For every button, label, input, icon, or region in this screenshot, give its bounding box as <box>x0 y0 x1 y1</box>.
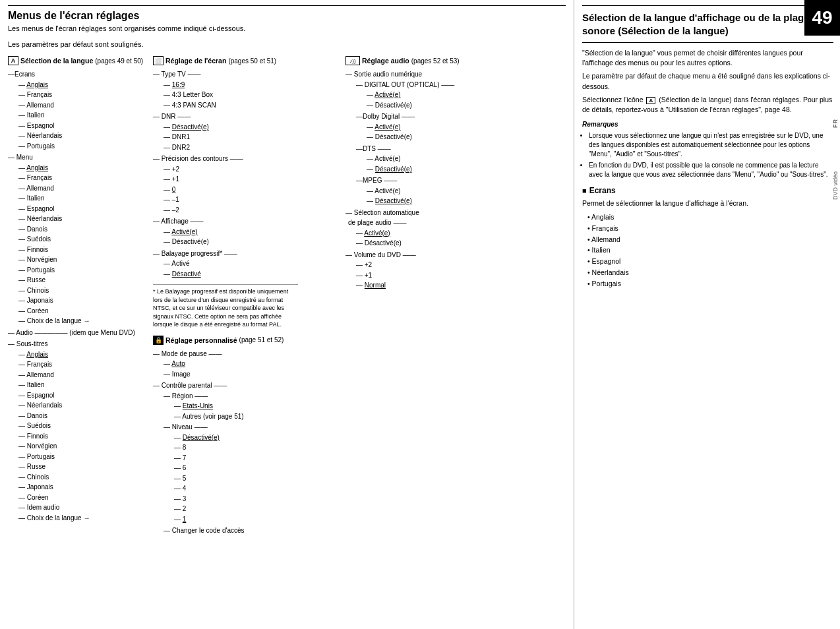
col1-header-pages: (pages 49 et 50) <box>95 57 143 65</box>
st-c1: — Anglais <box>18 349 146 360</box>
col1: A Sélection de la langue (pages 49 et 50… <box>8 56 146 536</box>
remarque-item-1: Lorsque vous sélectionnez une langue qui… <box>589 131 833 159</box>
st-c15: — Coréen <box>18 493 146 503</box>
mpeg-c2: — Désactivé(e) <box>367 196 566 206</box>
volume-row: — Volume du DVD —— <box>345 250 566 260</box>
st-c3: — Allemand <box>18 370 146 380</box>
p-c2: — +1 <box>164 174 339 185</box>
menu-anglais: Anglais <box>26 164 48 171</box>
remarques-section: Remarques Lorsque vous sélectionnez une … <box>582 120 833 179</box>
right-title: Sélection de la langue d'affichage ou de… <box>582 11 833 37</box>
ecrans-row: — Ecrans <box>8 69 146 80</box>
ecrans-label: Ecrans <box>15 69 35 80</box>
mode-row: — Mode de pause —— <box>153 349 339 359</box>
menu-row: — Menu <box>8 152 146 163</box>
tv-c2: — 4:3 Letter Box <box>164 90 339 100</box>
st-c8: — Suédois <box>18 421 146 431</box>
niv-c4: — 6 <box>174 463 339 473</box>
audio-row: — Audio ————— (idem que Menu DVD) <box>8 328 146 338</box>
niv-1: 1 <box>183 516 187 523</box>
mpeg-row: —MPEG —— <box>356 175 566 186</box>
ecrans-c5: — Espagnol <box>18 121 146 131</box>
content-area: Menus de l'écran réglages Les menus de l… <box>0 0 574 629</box>
sel-c1: — Activé(e) <box>356 228 566 239</box>
menu-c14: — Japonais <box>18 295 146 306</box>
tv-c1: — 16:9 <box>164 80 339 90</box>
remarque-item-2: En fonction du DVD, il est possible que … <box>589 161 833 179</box>
menu-c10: — Norvégien <box>18 255 146 265</box>
footnote: * Le Balayage progressif est disponible … <box>153 284 298 329</box>
niv-c3: — 7 <box>174 453 339 464</box>
changer-row: — Changer le code d'accès <box>164 525 339 536</box>
menu-c2: — Français <box>18 173 146 183</box>
ecrans-item-2: Français <box>587 223 833 234</box>
vol-c1: — +2 <box>356 260 566 270</box>
right-select-text: Sélectionnez l'icône <box>582 96 643 104</box>
col1-header-text: Sélection de la langue <box>20 57 93 65</box>
dol-c2: — Désactivé(e) <box>367 132 566 142</box>
selection-children: — Activé(e) — Désactivé(e) <box>356 228 566 249</box>
dvd-label: DVD vidéo <box>832 171 839 200</box>
ecrans-children: — Anglais — Français — Allemand — Italie… <box>18 80 146 152</box>
dts-c1: — Activé(e) <box>367 154 566 164</box>
col3-header-text: Réglage audio <box>362 57 409 65</box>
p-c3: — 0 <box>164 185 339 195</box>
vol-c3: — Normal <box>356 280 566 291</box>
sidebar-area: FR DVD vidéo Sélection de la langue d'af… <box>574 0 840 629</box>
section-subtitle2: Les paramètres par défaut sont soulignés… <box>8 40 566 48</box>
p-c5: — –2 <box>164 205 339 216</box>
ecrans-anglais: Anglais <box>26 81 48 88</box>
section-title: Menus de l'écran réglages <box>8 10 566 22</box>
reg-us: Etats-Unis <box>183 402 213 409</box>
reg-c1: — Etats-Unis <box>174 401 339 411</box>
dnr-row: — DNR —— <box>153 111 339 122</box>
dig-c2: — Désactivé(e) <box>367 100 566 111</box>
ecrans-c6: — Néerlandais <box>18 131 146 141</box>
fr-label: FR <box>832 119 839 128</box>
col2-header: ⬜ Réglage de l'écran (pages 50 et 51) <box>153 56 339 65</box>
aff-active: Activé(e) <box>171 228 197 235</box>
bal-desactive: Désactivé <box>172 270 201 278</box>
region-row: — Région —— <box>164 391 339 402</box>
typetv-children: — 16:9 — 4:3 Letter Box — 4:3 PAN SCAN <box>164 80 339 111</box>
mode-c1: — Auto <box>164 359 339 369</box>
controle-row: — Contrôle parental —— <box>153 380 339 391</box>
col3: ♪)) Réglage audio (pages 52 et 53) — Sor… <box>340 56 566 536</box>
dts-c2: — Désactivé(e) <box>367 164 566 175</box>
menu-c3: — Allemand <box>18 183 146 194</box>
mode-children: — Auto — Image <box>164 359 339 379</box>
top-rule <box>8 5 566 6</box>
balayage-row: — Balayage progressif* —— <box>153 249 339 259</box>
ecrans-title-text: Ecrans <box>589 186 616 195</box>
bal-c2: — Désactivé <box>164 269 339 280</box>
aff-c1: — Activé(e) <box>164 227 339 237</box>
st-c9: — Finnois <box>18 431 146 442</box>
menu-c11: — Portugais <box>18 265 146 276</box>
menu-c6: — Néerlandais <box>18 214 146 224</box>
affichage-row: — Affichage —— <box>153 216 339 227</box>
aff-c2: — Désactivé(e) <box>164 237 339 247</box>
precision-children: — +2 — +1 — 0 — –1 — –2 <box>164 164 339 216</box>
st-c16: — Idem audio <box>18 502 146 513</box>
dnr-desactive: Désactivé(e) <box>172 123 209 131</box>
digital-children: — Activé(e) — Désactivé(e) <box>367 90 566 110</box>
col2-icon: ⬜ <box>153 56 164 65</box>
ecrans-section: Ecrans Permet de sélectionner la langue … <box>582 186 833 289</box>
menu-c15: — Coréen <box>18 306 146 316</box>
right-param-p: Le paramètre par défaut de chaque menu a… <box>582 71 833 91</box>
p-c4: — –1 <box>164 195 339 205</box>
col3-header: ♪)) Réglage audio (pages 52 et 53) <box>345 56 566 65</box>
right-rule2 <box>582 42 833 43</box>
ecrans-item-1: Anglais <box>587 212 833 223</box>
menu-children: — Anglais — Français — Allemand — Italie… <box>18 163 146 326</box>
st-c5: — Espagnol <box>18 390 146 401</box>
right-select-p: Sélectionnez l'icône A (Sélection de la … <box>582 95 833 115</box>
mode-auto: Auto <box>171 360 185 367</box>
st-c17: — Choix de la langue → <box>18 513 146 524</box>
st-c13: — Chinois <box>18 472 146 483</box>
typetv-row: — Type TV —— <box>153 69 339 80</box>
st-c14: — Japonais <box>18 482 146 493</box>
ecrans-desc: Permet de sélectionner la langue d'affic… <box>582 198 833 208</box>
ecrans-c7: — Portugais <box>18 141 146 152</box>
col2-tree: — Type TV —— — 16:9 — 4:3 Letter Box — 4… <box>153 69 339 329</box>
